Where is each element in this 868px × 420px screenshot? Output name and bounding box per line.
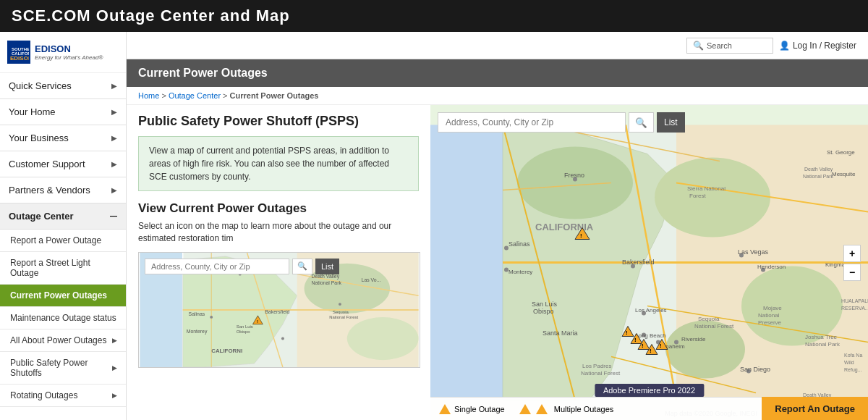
login-button[interactable]: 👤 Log In / Register — [779, 41, 856, 51]
svg-point-36 — [655, 158, 770, 238]
sidebar-subitem-report-power-outage[interactable]: Report a Power Outage — [0, 230, 126, 252]
page-title: SCE.COM Outage Center and Map — [12, 7, 290, 25]
svg-text:Los Padres: Los Padres — [582, 363, 611, 369]
svg-text:Las Vegas: Las Vegas — [738, 248, 769, 256]
svg-text:Forest: Forest — [689, 193, 706, 199]
mini-map-search-button[interactable]: 🔍 — [292, 259, 312, 274]
sce-logo-icon: SOUTHERN CALIFORNIA EDISON — [7, 41, 30, 64]
svg-point-16 — [281, 337, 284, 340]
svg-text:National Forest: National Forest — [581, 370, 621, 377]
svg-text:Refug...: Refug... — [844, 367, 862, 373]
sidebar-subitem-maintenance-outage[interactable]: Maintenance Outage status — [0, 307, 126, 329]
svg-text:San Luis: San Luis — [237, 324, 253, 328]
map-search-input[interactable] — [438, 112, 626, 133]
map-search-button[interactable]: 🔍 — [629, 112, 654, 133]
svg-text:National: National — [758, 312, 780, 319]
svg-text:St. George: St. George — [827, 149, 855, 156]
content-area: 🔍 Search 👤 Log In / Register Current Pow… — [127, 32, 868, 420]
svg-text:Preserve: Preserve — [758, 319, 782, 326]
content-body: Public Safety Power Shutoff (PSPS) View … — [127, 105, 868, 420]
logo-name: EDISON — [35, 43, 103, 54]
svg-text:National Park: National Park — [803, 174, 834, 179]
svg-text:Henderson: Henderson — [757, 264, 786, 270]
mini-map-search-bar: 🔍 List — [145, 259, 339, 274]
svg-text:Wild: Wild — [844, 360, 854, 365]
svg-text:!: ! — [580, 232, 582, 239]
svg-text:Obispo: Obispo — [533, 308, 554, 315]
mini-map-search-input[interactable] — [145, 259, 289, 274]
zoom-out-button[interactable]: − — [843, 264, 861, 281]
svg-text:CALIFORNI: CALIFORNI — [211, 348, 242, 354]
svg-text:!: ! — [660, 343, 662, 349]
svg-text:RESERVA...: RESERVA... — [841, 306, 868, 311]
breadcrumb-home[interactable]: Home — [138, 91, 159, 100]
arrow-icon: ▶ — [111, 108, 117, 116]
breadcrumb-outage-center[interactable]: Outage Center — [169, 91, 221, 100]
svg-text:National Park: National Park — [805, 341, 841, 348]
svg-text:Mesquite: Mesquite — [832, 171, 856, 177]
sidebar-item-partners-vendors[interactable]: Partners & Vendors ▶ — [0, 177, 126, 203]
psps-title: Public Safety Power Shutoff (PSPS) — [138, 114, 419, 129]
svg-text:!: ! — [257, 319, 258, 323]
top-navigation: 🔍 Search 👤 Log In / Register — [127, 32, 868, 59]
report-outage-button[interactable]: Report An Outage — [762, 397, 868, 420]
svg-text:Riverside: Riverside — [681, 336, 706, 343]
arrow-icon: ▶ — [111, 134, 117, 142]
svg-text:!: ! — [626, 329, 628, 336]
left-panel: Public Safety Power Shutoff (PSPS) View … — [127, 105, 430, 420]
view-outages-title: View Current Power Outages — [138, 201, 419, 216]
title-bar: SCE.COM Outage Center and Map — [0, 0, 868, 32]
user-icon: 👤 — [779, 41, 790, 51]
svg-text:San Diego: San Diego — [740, 366, 770, 373]
sidebar-item-outage-center[interactable]: Outage Center — — [0, 203, 126, 230]
svg-point-9 — [347, 316, 419, 359]
svg-rect-33 — [430, 125, 503, 400]
svg-text:CALIFORNIA: CALIFORNIA — [535, 222, 594, 232]
svg-text:National Forest: National Forest — [694, 323, 734, 329]
psps-info-box: View a map of current and potential PSPS… — [138, 136, 419, 191]
map-background: Fresno Salinas Monterey San Luis Obispo … — [430, 105, 868, 420]
svg-text:Mojave: Mojave — [763, 305, 782, 311]
multiple-outage-icon — [519, 404, 531, 414]
premiere-bar: Adobe Premiere Pro 2022 — [595, 384, 704, 397]
mini-map: Fresno Salinas Monterey CALIFORNI Las Vo… — [138, 252, 420, 368]
svg-text:Joshua Tree: Joshua Tree — [805, 334, 838, 340]
search-bar[interactable]: 🔍 Search — [686, 38, 773, 54]
svg-text:!: ! — [634, 337, 637, 343]
sidebar-item-your-home[interactable]: Your Home ▶ — [0, 99, 126, 125]
breadcrumb-current: Current Power Outages — [230, 91, 319, 100]
svg-text:Sierra National: Sierra National — [687, 185, 726, 192]
svg-text:Monterey: Monterey — [187, 328, 208, 334]
multiple-outage-icon2 — [536, 404, 548, 414]
sidebar-logo-area: SOUTHERN CALIFORNIA EDISON EDISON Energy… — [0, 32, 126, 73]
svg-text:San Luis: San Luis — [532, 301, 558, 308]
map-legend: Single Outage Multiple Outages Report An… — [430, 397, 868, 420]
zoom-in-button[interactable]: + — [843, 245, 861, 262]
svg-text:Kofa Na: Kofa Na — [844, 353, 862, 358]
legend-multiple-outages: Multiple Outages — [519, 404, 614, 414]
sidebar-item-quick-services[interactable]: Quick Services ▶ — [0, 73, 126, 99]
svg-text:Bakersfield: Bakersfield — [622, 259, 655, 266]
sidebar-subitem-current-power-outages[interactable]: Current Power Outages — [0, 285, 126, 307]
map-zoom-controls: + − — [843, 245, 861, 281]
svg-point-38 — [665, 321, 745, 379]
single-outage-icon — [439, 404, 451, 414]
sidebar-subitem-public-safety-shutoffs[interactable]: Public Safety Power Shutoffs ▶ — [0, 352, 126, 385]
arrow-icon: ▶ — [111, 82, 117, 90]
sidebar-subitem-all-about-outages[interactable]: All About Power Outages ▶ — [0, 329, 126, 352]
page-header: Current Power Outages — [127, 59, 868, 87]
arrow-icon: ▶ — [111, 160, 117, 168]
mini-map-list-button[interactable]: List — [315, 259, 339, 274]
svg-text:EDISON: EDISON — [10, 55, 29, 62]
svg-text:Los Angeles: Los Angeles — [635, 307, 667, 314]
sidebar-item-your-business[interactable]: Your Business ▶ — [0, 125, 126, 151]
map-list-button[interactable]: List — [657, 112, 685, 133]
svg-text:Bakersfield: Bakersfield — [265, 309, 289, 314]
sidebar-item-customer-support[interactable]: Customer Support ▶ — [0, 151, 126, 177]
sidebar: SOUTHERN CALIFORNIA EDISON EDISON Energy… — [0, 32, 127, 420]
svg-text:National Park: National Park — [311, 280, 341, 285]
search-label: Search — [707, 41, 732, 50]
sidebar-subitem-report-streetlight-outage[interactable]: Report a Street Light Outage — [0, 252, 126, 285]
sidebar-subitem-rotating-outages[interactable]: Rotating Outages ▶ — [0, 385, 126, 407]
svg-point-15 — [210, 315, 213, 318]
